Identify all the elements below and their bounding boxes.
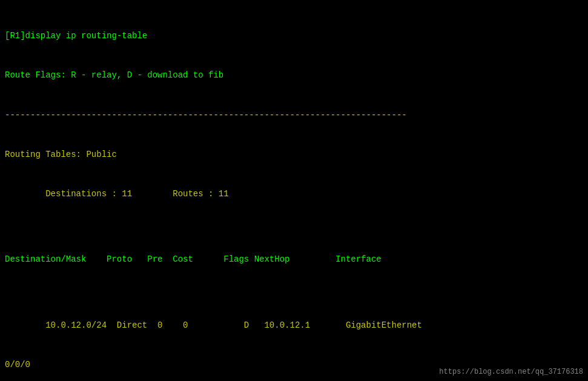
route-row-1a: 10.0.12.0/24 Direct 0 0 D 10.0.12.1 Giga… — [5, 319, 583, 333]
flags-description: Route Flags: R - relay, D - download to … — [5, 69, 583, 82]
separator: ----------------------------------------… — [5, 109, 583, 122]
column-headers: Destination/Mask Proto Pre Cost Flags Ne… — [5, 253, 583, 267]
dest-route-counts: Destinations : 11 Routes : 11 — [5, 188, 583, 201]
terminal-output: [R1]display ip routing-table Route Flags… — [5, 4, 583, 381]
command-line: [R1]display ip routing-table — [5, 30, 583, 43]
routing-table-type: Routing Tables: Public — [5, 148, 583, 162]
url-watermark: https://blog.csdn.net/qq_37176318 — [439, 368, 583, 376]
